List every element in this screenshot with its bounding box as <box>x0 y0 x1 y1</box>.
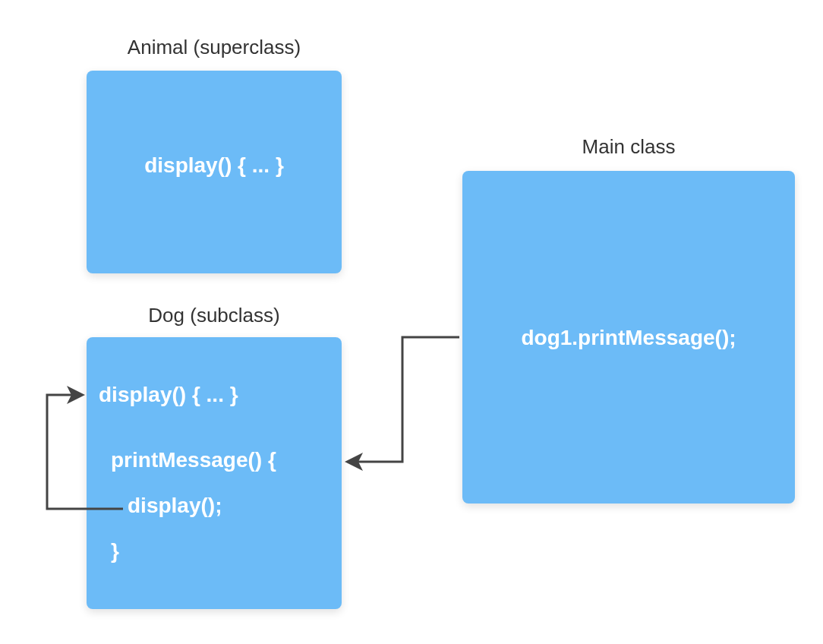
dog-printmessage-open: printMessage() { <box>111 448 276 472</box>
main-printmessage-call: dog1.printMessage(); <box>462 326 795 350</box>
animal-display-method: display() { ... } <box>87 153 342 178</box>
animal-class-box: display() { ... } <box>87 71 342 273</box>
dog-printmessage-close: } <box>111 539 119 564</box>
dog-class-label: Dog (subclass) <box>87 304 342 327</box>
main-class-label: Main class <box>462 135 795 159</box>
dog-display-method: display() { ... } <box>99 383 238 407</box>
animal-class-label: Animal (superclass) <box>87 36 342 59</box>
main-class-box: dog1.printMessage(); <box>462 171 795 504</box>
arrow-main-to-printmessage <box>349 337 459 462</box>
dog-class-box: display() { ... } printMessage() { displ… <box>87 337 342 609</box>
dog-display-call: display(); <box>128 494 222 518</box>
